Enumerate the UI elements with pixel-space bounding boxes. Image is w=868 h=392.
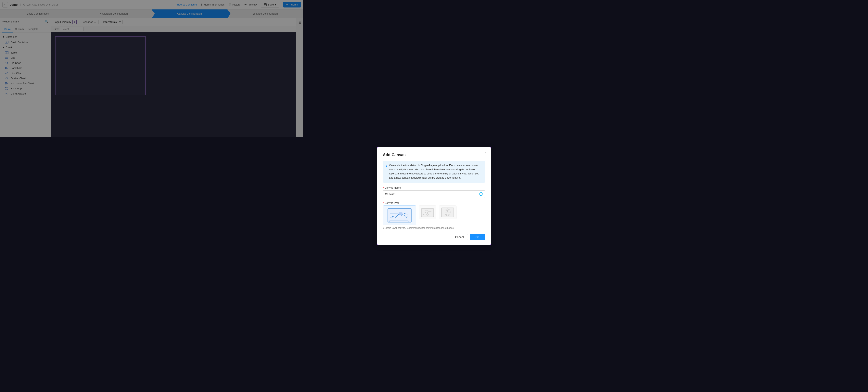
modal-overlay: × Add Canvas ℹ Canvas is the foundation … <box>0 0 303 137</box>
